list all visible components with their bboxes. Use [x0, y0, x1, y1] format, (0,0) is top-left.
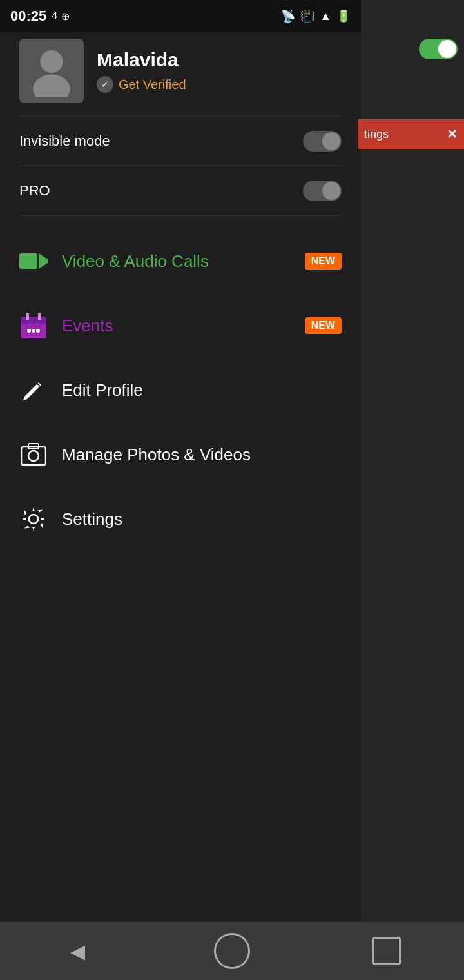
- profile-info: Malavida ✓ Get Verified: [97, 49, 186, 93]
- pro-toggle[interactable]: [303, 181, 342, 201]
- svg-rect-5: [21, 317, 46, 324]
- recent-apps-button[interactable]: [367, 932, 406, 970]
- menu-item-settings[interactable]: Settings: [13, 487, 348, 551]
- bottom-nav: ◀: [0, 922, 464, 980]
- svg-point-10: [36, 329, 40, 333]
- verify-text[interactable]: Get Verified: [119, 77, 186, 92]
- recent-apps-icon: [372, 937, 401, 965]
- svg-point-15: [29, 514, 38, 524]
- invisible-mode-label: Invisible mode: [19, 133, 110, 150]
- close-button[interactable]: ✕: [447, 126, 458, 142]
- svg-rect-7: [38, 313, 41, 320]
- home-icon: [214, 933, 250, 969]
- battery-icon: 🔋: [336, 9, 351, 23]
- svg-rect-2: [19, 253, 37, 269]
- menu-section: Video & Audio Calls NEW Events NEW: [0, 229, 361, 551]
- menu-item-video-calls[interactable]: Video & Audio Calls NEW: [13, 229, 348, 293]
- manage-photos-icon: [19, 440, 48, 469]
- avatar: [19, 39, 84, 103]
- svg-point-0: [40, 50, 63, 73]
- verify-row[interactable]: ✓ Get Verified: [97, 76, 186, 93]
- settings-bar: tings ✕: [358, 119, 464, 149]
- settings-label: Settings: [62, 509, 122, 529]
- events-icon: [19, 311, 48, 340]
- svg-point-13: [28, 451, 39, 461]
- settings-bar-label: tings: [364, 128, 389, 141]
- menu-item-events[interactable]: Events NEW: [13, 293, 348, 358]
- edit-profile-icon: [19, 376, 48, 404]
- wifi-icon: ▲: [320, 10, 331, 23]
- invisible-mode-row[interactable]: Invisible mode: [0, 117, 361, 166]
- svg-point-1: [33, 75, 70, 97]
- svg-point-9: [32, 329, 35, 333]
- svg-point-8: [27, 329, 31, 333]
- verify-check-icon: ✓: [97, 76, 113, 93]
- status-icons: 4 ⊕: [52, 10, 70, 23]
- cast-icon: 📡: [281, 9, 295, 23]
- manage-photos-label: Manage Photos & Videos: [62, 445, 251, 465]
- invisible-mode-thumb: [322, 132, 340, 150]
- pro-row[interactable]: PRO: [0, 166, 361, 215]
- pro-thumb: [322, 182, 340, 200]
- divider-3: [19, 215, 342, 216]
- edit-profile-label: Edit Profile: [62, 380, 143, 400]
- pro-label: PRO: [19, 182, 50, 199]
- avatar-silhouette: [26, 45, 77, 97]
- events-badge: NEW: [305, 317, 342, 334]
- network-icon: 4: [52, 10, 57, 22]
- svg-marker-3: [39, 253, 48, 269]
- video-calls-badge: NEW: [305, 253, 342, 270]
- back-icon: ◀: [70, 940, 85, 963]
- events-label: Events: [62, 316, 113, 336]
- top-right-toggle-thumb: [438, 40, 456, 58]
- home-button[interactable]: [213, 932, 251, 970]
- status-right-icons: 📡 📳 ▲ 🔋: [281, 9, 351, 23]
- top-right-toggle[interactable]: [419, 39, 458, 59]
- vibrate-icon: 📳: [300, 9, 314, 23]
- svg-rect-12: [21, 447, 46, 465]
- menu-item-edit-profile[interactable]: Edit Profile: [13, 358, 348, 422]
- video-calls-icon: [19, 247, 48, 275]
- profile-name: Malavida: [97, 49, 186, 71]
- video-calls-label: Video & Audio Calls: [62, 251, 209, 271]
- settings-icon: [19, 505, 48, 533]
- invisible-mode-toggle[interactable]: [303, 131, 342, 152]
- status-bar: 00:25 4 ⊕ 📡 📳 ▲ 🔋: [0, 0, 361, 32]
- gps-icon: ⊕: [61, 10, 70, 23]
- drawer-panel: Malavida ✓ Get Verified Invisible mode P…: [0, 0, 361, 980]
- back-button[interactable]: ◀: [58, 932, 97, 970]
- menu-item-manage-photos[interactable]: Manage Photos & Videos: [13, 422, 348, 487]
- status-time: 00:25: [10, 8, 46, 24]
- svg-rect-6: [26, 313, 29, 320]
